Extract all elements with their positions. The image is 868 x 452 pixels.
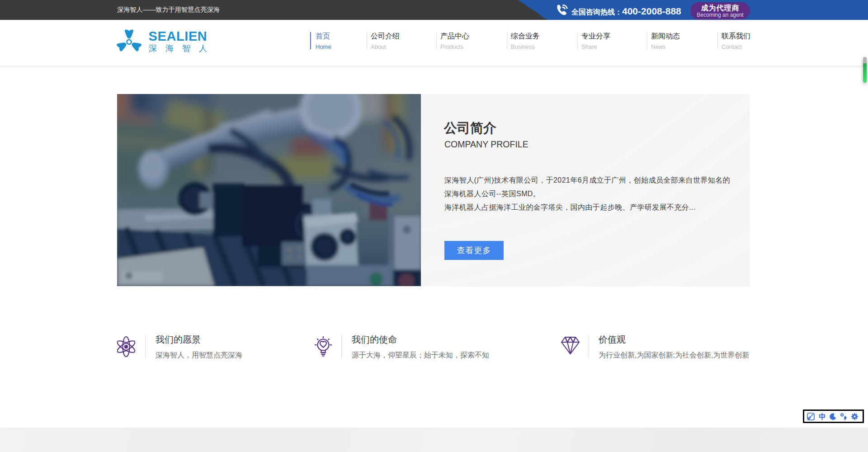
svg-text:深海智人: 深海智人: [149, 44, 216, 53]
svg-text:SEALIEN: SEALIEN: [149, 29, 208, 43]
